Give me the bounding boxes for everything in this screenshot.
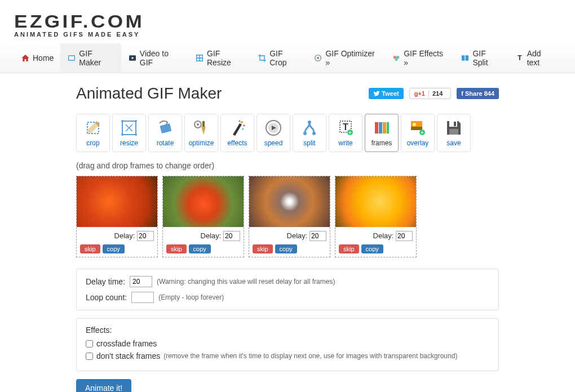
frame-skip-button[interactable]: skip	[339, 244, 359, 253]
crossfade-label: crossfade frames	[96, 339, 157, 348]
nav-label: GIF Maker	[79, 49, 114, 67]
frame-delay-input[interactable]	[309, 231, 326, 241]
effects-panel: Effects: crossfade frames don't stack fr…	[76, 318, 499, 371]
tool-frames[interactable]: frames	[365, 114, 399, 152]
tool-label: optimize	[189, 139, 214, 147]
frame-delay-row: Delay:	[163, 227, 244, 244]
frame-card[interactable]: Delay: skipcopy	[76, 176, 158, 257]
frame-delay-row: Delay:	[249, 227, 330, 244]
tool-write[interactable]: T+write	[329, 114, 362, 152]
nav-item-gif-effects-[interactable]: GIF Effects »	[385, 43, 454, 73]
frames-row: Delay: skipcopyDelay: skipcopyDelay: ski…	[76, 176, 499, 257]
share-buttons: Tweet g+1 214 f Share 844	[369, 88, 499, 99]
svg-point-15	[135, 120, 137, 122]
nav-item-add-text[interactable]: TAdd text	[508, 43, 561, 73]
frame-skip-button[interactable]: skip	[80, 244, 100, 253]
svg-point-14	[121, 120, 123, 122]
tool-split[interactable]: split	[293, 114, 326, 152]
split-icon	[300, 119, 319, 137]
resize-icon	[195, 54, 204, 63]
frames-icon	[373, 119, 391, 137]
frame-skip-button[interactable]: skip	[253, 244, 273, 253]
svg-text:T: T	[343, 122, 348, 132]
main-content: Animated GIF Maker Tweet g+1 214 f Share…	[76, 73, 499, 392]
delay-time-note: (Warning: changing this value will reset…	[157, 278, 335, 286]
loop-count-label: Loop count:	[86, 293, 127, 302]
logo-main: EZGIF.COM	[14, 11, 575, 32]
tool-resize[interactable]: resize	[112, 114, 146, 152]
svg-point-25	[242, 128, 244, 130]
main-nav: HomeGIF MakerVideo to GIFGIF ResizeGIF C…	[0, 43, 575, 73]
frame-thumbnail	[77, 176, 157, 227]
delay-time-label: Delay time:	[86, 277, 125, 286]
svg-rect-9	[462, 55, 465, 60]
svg-rect-18	[160, 123, 171, 133]
delay-time-input[interactable]	[130, 276, 152, 287]
svg-point-41	[413, 123, 416, 126]
frame-copy-button[interactable]: copy	[189, 244, 211, 253]
svg-rect-10	[466, 55, 468, 60]
tool-overlay[interactable]: +overlay	[401, 114, 435, 152]
nav-item-video-to-gif[interactable]: Video to GIF	[121, 43, 188, 73]
frame-delay-input[interactable]	[137, 231, 154, 241]
loop-count-note: (Empty - loop forever)	[158, 293, 224, 301]
tool-rotate[interactable]: rotate	[148, 114, 182, 152]
frame-copy-button[interactable]: copy	[103, 244, 125, 253]
tool-effects[interactable]: effects	[220, 114, 254, 152]
loop-count-input[interactable]	[131, 292, 154, 303]
nav-item-gif-optimizer-[interactable]: GIF Optimizer »	[307, 43, 385, 73]
nav-label: GIF Optimizer »	[325, 49, 378, 67]
animate-button[interactable]: Animate it!	[76, 379, 131, 392]
frame-copy-button[interactable]: copy	[275, 244, 297, 253]
svg-point-17	[135, 133, 137, 136]
frame-card[interactable]: Delay: skipcopy	[162, 176, 244, 257]
frame-delay-row: Delay:	[335, 227, 416, 244]
frame-delay-input[interactable]	[396, 231, 413, 241]
gplus-button[interactable]: g+1 214	[409, 88, 452, 99]
overlay-icon: +	[409, 119, 427, 137]
twitter-icon	[373, 90, 380, 97]
svg-text:+: +	[421, 130, 424, 136]
save-icon	[445, 119, 463, 137]
tweet-button[interactable]: Tweet	[369, 88, 403, 99]
drag-hint: (drag and drop frames to change order)	[76, 161, 499, 170]
nav-label: Video to GIF	[140, 49, 182, 67]
optimize-icon	[313, 54, 322, 63]
editor-toolbar: cropresizerotateoptimizeeffectsspeedspli…	[76, 114, 499, 152]
tool-label: frames	[371, 139, 392, 147]
frame-copy-button[interactable]: copy	[361, 244, 383, 253]
nav-label: GIF Crop	[269, 49, 300, 67]
svg-point-24	[239, 121, 241, 122]
dontstack-checkbox[interactable]	[86, 353, 93, 360]
nav-item-home[interactable]: Home	[14, 43, 60, 73]
tool-crop[interactable]: crop	[76, 114, 110, 152]
svg-point-30	[308, 121, 311, 124]
dontstack-label: don't stack frames	[96, 351, 160, 360]
text-icon: T	[515, 54, 524, 63]
svg-point-23	[244, 125, 245, 127]
nav-item-gif-split[interactable]: GIF Split	[454, 43, 508, 73]
nav-item-gif-resize[interactable]: GIF Resize	[188, 43, 251, 73]
frame-card[interactable]: Delay: skipcopy	[335, 176, 417, 257]
frame-card[interactable]: Delay: skipcopy	[249, 176, 330, 257]
nav-label: GIF Split	[472, 49, 501, 67]
nav-item-gif-maker[interactable]: GIF Maker	[60, 43, 121, 73]
write-icon: T+	[337, 119, 355, 137]
fb-share-button[interactable]: f Share 844	[457, 88, 499, 99]
tool-save[interactable]: save	[437, 114, 471, 152]
svg-text:+: +	[348, 130, 352, 136]
svg-rect-1	[69, 56, 74, 60]
frame-skip-button[interactable]: skip	[166, 244, 187, 253]
frame-delay-input[interactable]	[223, 231, 240, 241]
gif-icon	[67, 54, 76, 63]
site-header: EZGIF.COM ANIMATED GIFS MADE EASY	[0, 0, 575, 43]
tool-optimize[interactable]: optimize	[184, 114, 218, 152]
nav-label: GIF Effects »	[404, 49, 447, 67]
crossfade-checkbox[interactable]	[86, 340, 93, 348]
nav-label: Add text	[527, 49, 554, 67]
tool-label: effects	[227, 139, 247, 147]
tool-label: save	[446, 139, 461, 147]
nav-item-gif-crop[interactable]: GIF Crop	[251, 43, 307, 73]
tool-speed[interactable]: speed	[256, 114, 290, 152]
svg-rect-38	[387, 122, 389, 133]
